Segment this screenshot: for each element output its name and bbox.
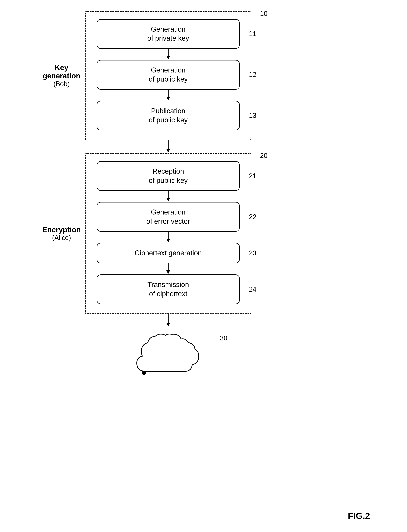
ref-13: 13 (249, 112, 256, 119)
encryption-ref: 20 (260, 152, 267, 159)
arrow-4 (97, 232, 240, 243)
svg-marker-1 (166, 56, 170, 60)
arrow-2 (97, 90, 240, 101)
box-public-key-pub: Publicationof public key (97, 101, 240, 131)
encryption-label: Encryption (Alice) (41, 226, 82, 242)
key-gen-subtitle: (Bob) (41, 80, 82, 88)
cloud-section: 30 (85, 327, 251, 383)
svg-marker-11 (166, 270, 170, 274)
arrow-3 (97, 191, 240, 202)
ref-21: 21 (249, 172, 256, 180)
ref-11: 11 (249, 30, 256, 38)
cloud-connector (85, 314, 251, 327)
box-private-key: Generationof private key (97, 19, 240, 49)
fig-label: FIG.2 (348, 511, 370, 521)
key-gen-ref: 10 (260, 10, 267, 17)
svg-marker-9 (166, 239, 170, 242)
arrow-5 (97, 263, 240, 274)
box-reception-pub-key: Receptionof public key (97, 161, 240, 191)
ref-23: 23 (249, 249, 256, 257)
diagram: 10 Key generation (Bob) Generationof pri… (37, 11, 351, 383)
box-transmission: Transmissionof ciphertext (97, 274, 240, 304)
key-gen-label: Key generation (Bob) (41, 64, 82, 88)
arrow-1 (97, 49, 240, 60)
box-12-container: Generationof public key 12 (97, 60, 240, 90)
svg-marker-3 (166, 97, 170, 100)
ref-24: 24 (249, 286, 256, 293)
key-gen-box: 10 Key generation (Bob) Generationof pri… (85, 11, 251, 140)
box-error-vector: Generationof error vector (97, 202, 240, 232)
encryption-subtitle: (Alice) (41, 234, 82, 242)
box-13-container: Publicationof public key 13 (97, 101, 240, 131)
svg-marker-13 (166, 323, 170, 326)
section-connector (85, 140, 251, 153)
box-22-container: Generationof error vector 22 (97, 202, 240, 232)
cloud-wrapper: 30 (131, 331, 205, 383)
key-gen-title: Key generation (41, 64, 82, 80)
box-24-container: Transmissionof ciphertext 24 (97, 274, 240, 304)
ref-12: 12 (249, 71, 256, 79)
box-21-container: Receptionof public key 21 (97, 161, 240, 191)
cloud-ref: 30 (220, 334, 227, 342)
ref-22: 22 (249, 213, 256, 221)
svg-marker-5 (166, 149, 170, 153)
box-ciphertext-gen: Ciphertext generation (97, 243, 240, 263)
cloud-icon (131, 331, 205, 382)
svg-marker-7 (166, 198, 170, 202)
encryption-box: 20 Encryption (Alice) Receptionof public… (85, 153, 251, 314)
box-11-container: Generationof private key 11 (97, 19, 240, 49)
svg-point-14 (142, 371, 146, 375)
encryption-title: Encryption (41, 226, 82, 234)
box-public-key-gen: Generationof public key (97, 60, 240, 90)
box-23-container: Ciphertext generation 23 (97, 243, 240, 263)
